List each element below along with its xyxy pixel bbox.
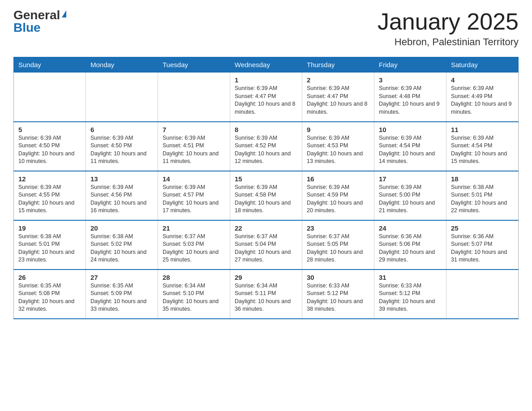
calendar-cell: 26Sunrise: 6:35 AM Sunset: 5:08 PM Dayli… (14, 270, 86, 319)
day-info: Sunrise: 6:39 AM Sunset: 4:51 PM Dayligh… (163, 134, 225, 166)
calendar-cell: 24Sunrise: 6:36 AM Sunset: 5:06 PM Dayli… (374, 220, 446, 270)
day-number: 1 (235, 76, 297, 84)
day-number: 22 (235, 224, 297, 232)
calendar-cell: 27Sunrise: 6:35 AM Sunset: 5:09 PM Dayli… (86, 270, 158, 319)
header-wednesday: Wednesday (230, 57, 302, 73)
month-title: January 2025 (378, 9, 519, 34)
day-number: 27 (90, 274, 153, 281)
day-number: 16 (307, 175, 369, 183)
day-info: Sunrise: 6:33 AM Sunset: 5:12 PM Dayligh… (379, 282, 442, 313)
calendar-cell: 29Sunrise: 6:34 AM Sunset: 5:11 PM Dayli… (230, 270, 302, 319)
day-info: Sunrise: 6:33 AM Sunset: 5:12 PM Dayligh… (307, 282, 369, 313)
day-number: 19 (18, 224, 81, 232)
title-block: January 2025 Hebron, Palestinian Territo… (378, 9, 519, 48)
calendar-cell: 18Sunrise: 6:38 AM Sunset: 5:01 PM Dayli… (446, 171, 519, 220)
day-info: Sunrise: 6:34 AM Sunset: 5:11 PM Dayligh… (235, 282, 297, 313)
header-tuesday: Tuesday (158, 57, 230, 73)
logo: General Blue (13, 9, 66, 34)
day-info: Sunrise: 6:39 AM Sunset: 4:48 PM Dayligh… (379, 85, 442, 116)
calendar-cell (86, 73, 158, 122)
day-info: Sunrise: 6:36 AM Sunset: 5:07 PM Dayligh… (451, 233, 514, 264)
day-number: 13 (90, 175, 153, 183)
calendar-cell: 20Sunrise: 6:38 AM Sunset: 5:02 PM Dayli… (86, 220, 158, 270)
calendar-cell: 7Sunrise: 6:39 AM Sunset: 4:51 PM Daylig… (158, 122, 230, 171)
day-number: 24 (379, 224, 442, 232)
day-info: Sunrise: 6:39 AM Sunset: 4:54 PM Dayligh… (451, 134, 514, 166)
day-number: 14 (163, 175, 225, 183)
calendar-header: Sunday Monday Tuesday Wednesday Thursday… (14, 57, 519, 73)
day-number: 12 (18, 175, 81, 183)
calendar-cell (158, 73, 230, 122)
day-info: Sunrise: 6:39 AM Sunset: 4:47 PM Dayligh… (307, 85, 369, 116)
day-info: Sunrise: 6:37 AM Sunset: 5:05 PM Dayligh… (307, 233, 369, 264)
day-number: 21 (163, 224, 225, 232)
day-number: 15 (235, 175, 297, 183)
day-info: Sunrise: 6:39 AM Sunset: 4:57 PM Dayligh… (163, 184, 225, 215)
header-thursday: Thursday (302, 57, 374, 73)
day-info: Sunrise: 6:38 AM Sunset: 5:01 PM Dayligh… (451, 184, 514, 215)
day-info: Sunrise: 6:39 AM Sunset: 4:50 PM Dayligh… (18, 134, 81, 166)
day-number: 30 (307, 274, 369, 281)
calendar-cell: 12Sunrise: 6:39 AM Sunset: 4:55 PM Dayli… (14, 171, 86, 220)
calendar-cell: 6Sunrise: 6:39 AM Sunset: 4:50 PM Daylig… (86, 122, 158, 171)
day-number: 11 (451, 126, 514, 133)
day-info: Sunrise: 6:39 AM Sunset: 4:47 PM Dayligh… (235, 85, 297, 116)
day-number: 26 (18, 274, 81, 281)
calendar-week-row: 1Sunrise: 6:39 AM Sunset: 4:47 PM Daylig… (14, 73, 519, 122)
day-info: Sunrise: 6:36 AM Sunset: 5:06 PM Dayligh… (379, 233, 442, 264)
day-info: Sunrise: 6:39 AM Sunset: 4:58 PM Dayligh… (235, 184, 297, 215)
calendar-cell: 15Sunrise: 6:39 AM Sunset: 4:58 PM Dayli… (230, 171, 302, 220)
calendar-cell: 19Sunrise: 6:38 AM Sunset: 5:01 PM Dayli… (14, 220, 86, 270)
calendar-cell: 30Sunrise: 6:33 AM Sunset: 5:12 PM Dayli… (302, 270, 374, 319)
calendar-cell: 17Sunrise: 6:39 AM Sunset: 5:00 PM Dayli… (374, 171, 446, 220)
day-number: 18 (451, 175, 514, 183)
page-header: General Blue January 2025 Hebron, Palest… (13, 9, 519, 48)
day-number: 31 (379, 274, 442, 281)
calendar-cell: 1Sunrise: 6:39 AM Sunset: 4:47 PM Daylig… (230, 73, 302, 122)
logo-blue-text: Blue (13, 21, 41, 34)
calendar-body: 1Sunrise: 6:39 AM Sunset: 4:47 PM Daylig… (14, 73, 519, 319)
day-info: Sunrise: 6:39 AM Sunset: 4:56 PM Dayligh… (90, 184, 153, 215)
day-info: Sunrise: 6:38 AM Sunset: 5:01 PM Dayligh… (18, 233, 81, 264)
day-number: 4 (451, 76, 514, 84)
day-number: 2 (307, 76, 369, 84)
calendar-cell: 31Sunrise: 6:33 AM Sunset: 5:12 PM Dayli… (374, 270, 446, 319)
day-number: 20 (90, 224, 153, 232)
header-saturday: Saturday (446, 57, 519, 73)
calendar-week-row: 19Sunrise: 6:38 AM Sunset: 5:01 PM Dayli… (14, 220, 519, 270)
day-info: Sunrise: 6:38 AM Sunset: 5:02 PM Dayligh… (90, 233, 153, 264)
calendar-cell (446, 270, 519, 319)
day-number: 6 (90, 126, 153, 133)
calendar-cell: 16Sunrise: 6:39 AM Sunset: 4:59 PM Dayli… (302, 171, 374, 220)
calendar-cell: 10Sunrise: 6:39 AM Sunset: 4:54 PM Dayli… (374, 122, 446, 171)
calendar-table: Sunday Monday Tuesday Wednesday Thursday… (13, 57, 519, 319)
day-number: 25 (451, 224, 514, 232)
logo-general-text: General (13, 9, 60, 21)
logo-triangle-icon (62, 10, 66, 17)
day-info: Sunrise: 6:39 AM Sunset: 5:00 PM Dayligh… (379, 184, 442, 215)
day-info: Sunrise: 6:39 AM Sunset: 4:49 PM Dayligh… (451, 85, 514, 116)
header-monday: Monday (86, 57, 158, 73)
header-row: Sunday Monday Tuesday Wednesday Thursday… (14, 57, 519, 73)
header-sunday: Sunday (14, 57, 86, 73)
day-number: 28 (163, 274, 225, 281)
calendar-cell: 25Sunrise: 6:36 AM Sunset: 5:07 PM Dayli… (446, 220, 519, 270)
day-number: 9 (307, 126, 369, 133)
calendar-cell: 4Sunrise: 6:39 AM Sunset: 4:49 PM Daylig… (446, 73, 519, 122)
day-number: 8 (235, 126, 297, 133)
location-text: Hebron, Palestinian Territory (378, 36, 519, 48)
day-number: 10 (379, 126, 442, 133)
calendar-cell: 28Sunrise: 6:34 AM Sunset: 5:10 PM Dayli… (158, 270, 230, 319)
calendar-cell: 14Sunrise: 6:39 AM Sunset: 4:57 PM Dayli… (158, 171, 230, 220)
calendar-cell: 9Sunrise: 6:39 AM Sunset: 4:53 PM Daylig… (302, 122, 374, 171)
calendar-cell (14, 73, 86, 122)
calendar-cell: 22Sunrise: 6:37 AM Sunset: 5:04 PM Dayli… (230, 220, 302, 270)
day-info: Sunrise: 6:39 AM Sunset: 4:53 PM Dayligh… (307, 134, 369, 166)
day-number: 5 (18, 126, 81, 133)
header-friday: Friday (374, 57, 446, 73)
day-info: Sunrise: 6:39 AM Sunset: 4:59 PM Dayligh… (307, 184, 369, 215)
day-info: Sunrise: 6:35 AM Sunset: 5:09 PM Dayligh… (90, 282, 153, 313)
calendar-cell: 21Sunrise: 6:37 AM Sunset: 5:03 PM Dayli… (158, 220, 230, 270)
calendar-cell: 2Sunrise: 6:39 AM Sunset: 4:47 PM Daylig… (302, 73, 374, 122)
day-number: 3 (379, 76, 442, 84)
